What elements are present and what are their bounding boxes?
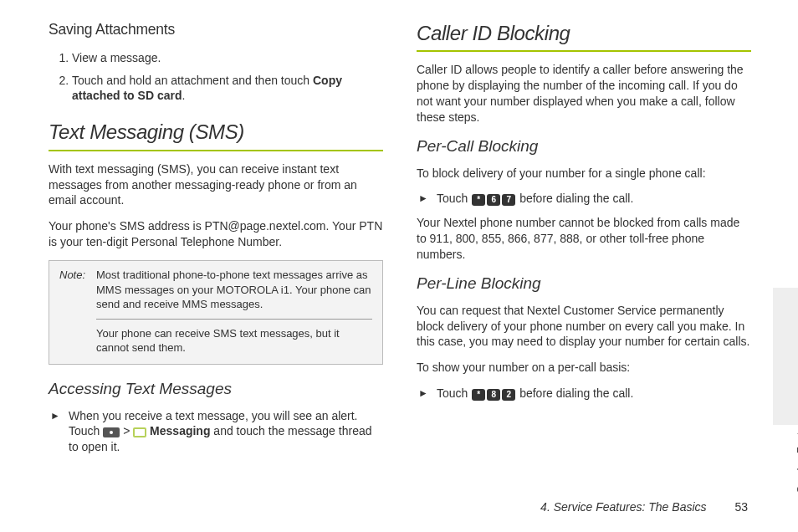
step-1: View a message.: [72, 50, 383, 66]
key-7-icon: 7: [502, 194, 515, 206]
note-body-2: Your phone can receive SMS text messages…: [96, 326, 372, 356]
note-box: Note: Most traditional phone-to-phone te…: [49, 260, 383, 365]
per-line-intro2: To show your number on a per-call basis:: [417, 360, 751, 376]
access-bullet: ► When you receive a text message, you w…: [49, 408, 383, 456]
per-call-tail: before dialing the call.: [516, 192, 633, 205]
page-footer: 4. Service Features: The Basics 53: [540, 500, 748, 514]
per-line-paragraph: You can request that Nextel Customer Ser…: [417, 303, 751, 350]
key-8-icon: 8: [487, 389, 500, 401]
per-line-text: Touch *82 before dialing the call.: [437, 386, 751, 402]
heading-rule-2: [417, 50, 751, 52]
note-body: Most traditional phone-to-phone text mes…: [96, 268, 372, 356]
per-call-bullet: ► Touch *67 before dialing the call.: [417, 191, 751, 207]
heading-per-line: Per-Line Blocking: [417, 273, 751, 294]
per-line-tail: before dialing the call.: [516, 386, 633, 400]
sms-paragraph-2: Your phone's SMS address is PTN@page.nex…: [49, 218, 383, 250]
key-star-icon: *: [472, 194, 485, 206]
launcher-icon: [103, 427, 120, 437]
per-line-touch: Touch: [437, 386, 471, 400]
page-content: Saving Attachments View a message. Touch…: [0, 0, 798, 463]
step-2-text-a: Touch and hold an attachment and then to…: [72, 74, 313, 87]
heading-rule: [49, 150, 383, 151]
per-line-bullet: ► Touch *82 before dialing the call.: [417, 386, 751, 402]
heading-text-messaging: Text Messaging (SMS): [49, 119, 383, 146]
note-body-1: Most traditional phone-to-phone text mes…: [96, 268, 372, 312]
key-2-icon: 2: [502, 389, 515, 401]
key-6-icon: 6: [487, 194, 500, 206]
key-star-icon: *: [472, 389, 485, 401]
saving-steps-list: View a message. Touch and hold an attach…: [49, 50, 383, 105]
access-msg-label: Messaging: [146, 424, 210, 437]
side-tab: [773, 288, 798, 425]
per-call-note: Your Nextel phone number cannot be block…: [417, 215, 751, 263]
note-label: Note:: [59, 268, 96, 356]
footer-chapter: 4. Service Features: The Basics: [540, 500, 706, 514]
heading-accessing: Accessing Text Messages: [49, 378, 383, 400]
bullet-arrow-icon: ►: [417, 191, 437, 207]
sms-paragraph-1: With text messaging (SMS), you can recei…: [49, 161, 383, 209]
step-2: Touch and hold an attachment and then to…: [72, 73, 383, 105]
bullet-arrow-icon: ►: [417, 386, 437, 402]
access-bullet-text: When you receive a text message, you wil…: [69, 408, 383, 456]
access-text-a: When you receive a text message, you wil…: [69, 409, 358, 422]
side-tab-label: Service Features: [795, 412, 798, 494]
footer-page-number: 53: [734, 500, 748, 514]
left-column: Saving Attachments View a message. Touch…: [49, 20, 383, 463]
heading-per-call: Per-Call Blocking: [417, 136, 751, 157]
bullet-arrow-icon: ►: [49, 408, 69, 456]
heading-caller-id: Caller ID Blocking: [417, 20, 751, 47]
note-divider: [96, 319, 372, 320]
right-column: Caller ID Blocking Caller ID allows peop…: [417, 20, 751, 463]
step-2-text-c: .: [182, 89, 185, 102]
messaging-icon: [133, 427, 146, 437]
per-call-text: Touch *67 before dialing the call.: [437, 191, 751, 207]
cid-paragraph: Caller ID allows people to identify a ca…: [417, 62, 751, 125]
per-call-touch: Touch: [437, 192, 471, 205]
heading-saving-attachments: Saving Attachments: [49, 20, 383, 40]
per-call-intro: To block delivery of your number for a s…: [417, 166, 751, 182]
access-touch: Touch: [69, 424, 103, 437]
access-gt: >: [120, 424, 133, 437]
